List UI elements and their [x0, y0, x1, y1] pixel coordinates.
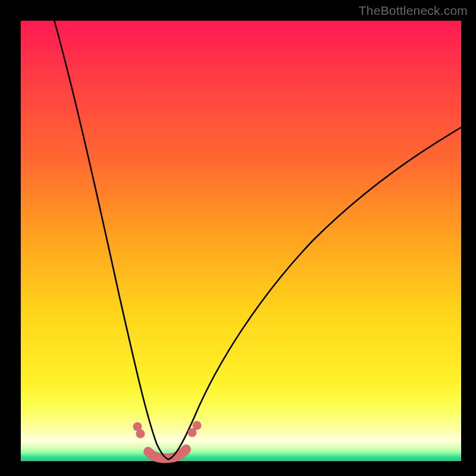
- valley-floor-path: [148, 449, 186, 458]
- marker-left-lower-dot: [136, 430, 145, 439]
- right-branch-path: [168, 127, 462, 459]
- chart-plot-area: [21, 21, 461, 461]
- chart-svg-layer: [21, 21, 461, 461]
- marker-right-upper-dot: [193, 421, 202, 430]
- outer-frame: TheBottleneck.com: [0, 0, 476, 476]
- watermark-text: TheBottleneck.com: [359, 4, 468, 18]
- left-branch-path: [54, 18, 168, 459]
